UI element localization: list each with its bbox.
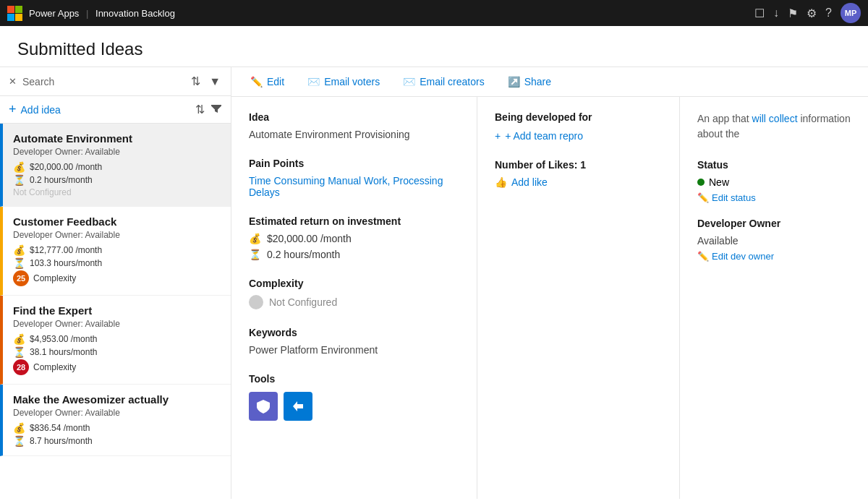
- user-avatar[interactable]: MP: [841, 3, 861, 23]
- item-name: Automate Environment: [13, 132, 221, 145]
- edit-dev-owner-button[interactable]: ✏️ Edit dev owner: [697, 251, 774, 262]
- email-creators-button[interactable]: ✉️ Email creators: [399, 73, 488, 90]
- pain-points-link[interactable]: Time Consuming Manual Work, Processing D…: [249, 175, 443, 198]
- sort-order-button[interactable]: ⇅: [195, 103, 205, 117]
- sidebar-item[interactable]: Make the Awesomizer actually Developer O…: [0, 385, 231, 456]
- item-name: Make the Awesomizer actually: [13, 393, 221, 406]
- window-icon[interactable]: ☐: [754, 7, 765, 20]
- item-owner: Developer Owner: Available: [13, 408, 221, 418]
- being-dev-title: Being developed for: [495, 111, 662, 123]
- sort-button[interactable]: ⇅: [190, 73, 202, 90]
- item-complexity: Not Configured: [13, 187, 72, 197]
- search-clear-icon[interactable]: ✕: [9, 76, 17, 87]
- roi-time: 0.2 hours/month: [267, 249, 340, 260]
- edit-dev-label: Edit dev owner: [712, 251, 774, 262]
- download-icon[interactable]: ↓: [773, 7, 779, 20]
- status-value: New: [709, 176, 729, 188]
- complexity-value: Not Configured: [269, 296, 337, 308]
- filter-icon-button[interactable]: [210, 103, 222, 117]
- complexity-circle: [249, 295, 263, 309]
- detail-middle-panel: Being developed for + + Add team repro N…: [477, 97, 680, 499]
- item-money: $4,953.00 /month: [30, 334, 97, 344]
- item-money: $20,000.00 /month: [30, 162, 102, 172]
- email-icon: ✉️: [307, 76, 320, 87]
- idea-title: Idea: [249, 111, 459, 123]
- share-icon: ↗️: [508, 76, 520, 87]
- likes-title: Number of Likes: 1: [495, 159, 662, 171]
- detail-body: Idea Automate Environment Provisioning P…: [231, 97, 868, 499]
- roi-time-icon: ⏳: [249, 249, 261, 260]
- sidebar-item[interactable]: Find the Expert Developer Owner: Availab…: [0, 296, 231, 385]
- status-section: Status New ✏️ Edit status: [697, 159, 851, 203]
- likes-section: Number of Likes: 1 👍 Add like: [495, 159, 662, 188]
- roi-money-icon: 💰: [249, 233, 261, 244]
- time-icon: ⏳: [13, 174, 25, 186]
- page-header: Submitted Ideas: [0, 26, 868, 67]
- tools-section: Tools: [249, 373, 459, 421]
- time-icon: ⏳: [13, 257, 25, 269]
- sidebar-item[interactable]: Customer Feedback Developer Owner: Avail…: [0, 207, 231, 296]
- idea-section: Idea Automate Environment Provisioning: [249, 111, 459, 140]
- item-money: $836.54 /month: [30, 423, 90, 433]
- plus-icon-team: +: [495, 130, 501, 142]
- sidebar-list: Automate Environment Developer Owner: Av…: [0, 124, 231, 499]
- item-owner: Developer Owner: Available: [13, 230, 221, 240]
- item-time: 8.7 hours/month: [30, 436, 93, 446]
- add-idea-label: Add idea: [21, 104, 61, 116]
- search-label: Search: [22, 76, 184, 87]
- item-owner: Developer Owner: Available: [13, 147, 221, 157]
- top-navigation: Power Apps | Innovation Backlog ☐ ↓ ⚑ ⚙ …: [0, 0, 868, 26]
- sidebar-item[interactable]: Automate Environment Developer Owner: Av…: [0, 124, 231, 207]
- tool-icon-shield[interactable]: [249, 392, 278, 421]
- dev-owner-section: Developer Owner Available ✏️ Edit dev ow…: [697, 218, 851, 262]
- email-voters-button[interactable]: ✉️ Email voters: [303, 73, 384, 90]
- email-icon-2: ✉️: [403, 76, 415, 87]
- app-breadcrumb: Power Apps | Innovation Backlog: [29, 8, 175, 19]
- detail-panel: ✏️ Edit ✉️ Email voters ✉️ Email creator…: [231, 67, 868, 499]
- plus-icon: +: [9, 102, 17, 117]
- item-name: Customer Feedback: [13, 215, 221, 228]
- item-time: 0.2 hours/month: [30, 175, 93, 185]
- help-icon[interactable]: ?: [825, 7, 832, 20]
- main-layout: ✕ Search ⇅ ▼ + Add idea ⇅ Automate Env: [0, 67, 868, 499]
- sidebar-toolbar: ✕ Search ⇅ ▼: [0, 67, 231, 96]
- tool-icon-flow[interactable]: [284, 392, 312, 421]
- dev-owner-title: Developer Owner: [697, 218, 851, 229]
- status-title: Status: [697, 159, 851, 171]
- money-icon: 💰: [13, 333, 25, 345]
- add-like-label: Add like: [511, 176, 548, 188]
- tools-title: Tools: [249, 373, 459, 385]
- status-dot: [697, 179, 705, 186]
- pain-points-title: Pain Points: [249, 158, 459, 169]
- add-idea-button[interactable]: + Add idea: [9, 102, 61, 117]
- settings-icon[interactable]: ⚙: [807, 7, 817, 20]
- edit-dev-icon: ✏️: [697, 251, 709, 262]
- dev-owner-value: Available: [697, 235, 739, 247]
- idea-value: Automate Environment Provisioning: [249, 129, 459, 140]
- item-complexity: Complexity: [33, 362, 76, 372]
- sidebar: ✕ Search ⇅ ▼ + Add idea ⇅ Automate Env: [0, 67, 231, 499]
- edit-status-button[interactable]: ✏️ Edit status: [697, 192, 756, 203]
- filter-button[interactable]: ▼: [208, 73, 222, 90]
- time-icon: ⏳: [13, 435, 25, 447]
- microsoft-logo: [7, 6, 22, 20]
- add-like-button[interactable]: 👍 Add like: [495, 176, 548, 188]
- share-button[interactable]: ↗️ Share: [503, 73, 556, 90]
- pain-points-value: Time Consuming Manual Work, Processing D…: [249, 175, 459, 198]
- roi-title: Estimated return on investment: [249, 215, 459, 227]
- complexity-title: Complexity: [249, 278, 459, 289]
- edit-icon: ✏️: [250, 76, 263, 87]
- keywords-value: Power Platform Environment: [249, 344, 459, 356]
- board-name: Innovation Backlog: [95, 8, 175, 19]
- complexity-section: Complexity Not Configured: [249, 278, 459, 309]
- item-name: Find the Expert: [13, 304, 221, 317]
- add-team-button[interactable]: + + Add team repro: [495, 130, 583, 142]
- edit-button[interactable]: ✏️ Edit: [246, 73, 289, 90]
- flag-icon[interactable]: ⚑: [788, 7, 798, 20]
- email-creators-label: Email creators: [420, 76, 484, 87]
- share-label: Share: [524, 76, 551, 87]
- edit-status-icon: ✏️: [697, 192, 709, 203]
- money-icon: 💰: [13, 422, 25, 434]
- roi-money: $20,000.00 /month: [267, 233, 352, 244]
- add-team-label: + Add team repro: [505, 130, 583, 142]
